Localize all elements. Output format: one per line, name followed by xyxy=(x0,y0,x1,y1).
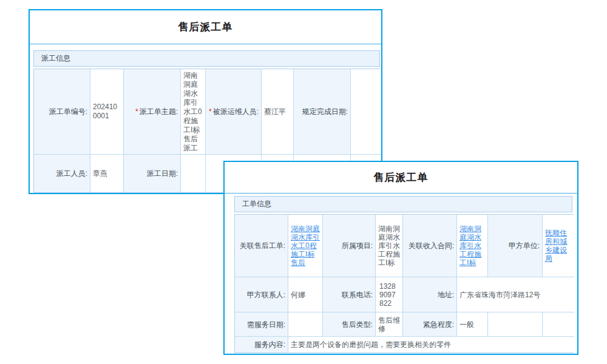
service-date-label: 需服务日期: xyxy=(235,312,288,337)
assignee-value: 蔡江平 xyxy=(262,69,294,155)
phone-label: 联系电话: xyxy=(323,277,376,312)
assignee-label: *被派运维人员: xyxy=(206,69,262,155)
service-content-value: 主要是两个设备的磨损问题，需要更换相关的零件 xyxy=(288,337,574,352)
urgency-label: 紧急程度: xyxy=(403,312,457,337)
service-content-label: 服务内容: xyxy=(235,337,288,352)
section-header-workorder-info: 工单信息 xyxy=(234,196,572,212)
related-order-label: 关联售后工单: xyxy=(235,215,288,277)
income-contract-value: 湖南洞庭湖水库引水工程施工I标 xyxy=(457,215,488,277)
table-row: 关联售后工单: 湖南洞庭湖水库引水工0程施工I标售后 所属项目: 湖南洞庭湖水库… xyxy=(235,215,573,277)
empty-cell xyxy=(543,312,574,337)
project-value: 湖南洞庭湖水库引水工程施工I标 xyxy=(376,215,403,277)
service-type-value: 售后维修 xyxy=(376,312,403,337)
work-order-panel: 售后派工单 工单信息 关联售后工单: 湖南洞庭湖水库引水工0程施工I标售后 所属… xyxy=(223,161,578,355)
work-order-table: 关联售后工单: 湖南洞庭湖水库引水工0程施工I标售后 所属项目: 湖南洞庭湖水库… xyxy=(234,214,574,353)
table-row: 派工单编号: 2024100001 *派工单主题: 湖南洞庭湖水库引水工0程施工… xyxy=(34,69,380,155)
subject-label: *派工单主题: xyxy=(124,69,181,155)
order-no-label: 派工单编号: xyxy=(34,69,90,155)
panel-title: 售后派工单 xyxy=(225,162,577,194)
phone-value: 13289097822 xyxy=(376,277,403,312)
address-value: 广东省珠海市菏泽路12号 xyxy=(457,277,574,312)
dispatcher-value: 章燕 xyxy=(90,155,124,192)
required-mark: * xyxy=(209,107,212,116)
table-row: 甲方联系人: 何娜 联系电话: 13289097822 地址: 广东省珠海市菏泽… xyxy=(235,277,573,312)
section-header-dispatch-info: 派工信息 xyxy=(33,50,380,67)
dispatcher-label: 派工人员: xyxy=(34,155,90,192)
subject-value: 湖南洞庭湖水库引水工0程施工I标售后派工 xyxy=(181,69,206,155)
dispatch-date-label: 派工日期: xyxy=(124,155,181,192)
due-date-label: 规定完成日期: xyxy=(294,69,351,155)
project-label: 所属项目: xyxy=(323,215,376,277)
income-contract-label: 关联收入合同: xyxy=(403,215,457,277)
service-type-label: 售后类型: xyxy=(323,312,376,337)
address-label: 地址: xyxy=(403,277,457,312)
urgency-value: 一般 xyxy=(457,312,488,337)
due-date-value xyxy=(351,69,381,155)
table-row: 需服务日期: 售后类型: 售后维修 紧急程度: 一般 xyxy=(235,312,573,337)
order-no-value: 2024100001 xyxy=(90,69,124,155)
dispatch-date-value xyxy=(181,155,206,192)
panel-body: 工单信息 关联售后工单: 湖南洞庭湖水库引水工0程施工I标售后 所属项目: 湖南… xyxy=(225,194,577,353)
party-a-label: 甲方单位: xyxy=(488,215,543,277)
table-row: 服务内容: 主要是两个设备的磨损问题，需要更换相关的零件 xyxy=(235,337,573,352)
party-a-contact-value: 何娜 xyxy=(288,277,323,312)
related-order-value: 湖南洞庭湖水库引水工0程施工I标售后 xyxy=(288,215,323,277)
party-a-value: 抚顺住房和城乡建设局 xyxy=(543,215,574,277)
empty-cell xyxy=(488,312,543,337)
related-order-link[interactable]: 湖南洞庭湖水库引水工0程施工I标售后 xyxy=(291,224,320,267)
party-a-contact-label: 甲方联系人: xyxy=(235,277,288,312)
panel-title: 售后派工单 xyxy=(30,10,381,44)
service-date-value xyxy=(288,312,323,337)
required-mark: * xyxy=(135,107,138,116)
party-a-link[interactable]: 抚顺住房和城乡建设局 xyxy=(545,229,572,263)
income-contract-link[interactable]: 湖南洞庭湖水库引水工程施工I标 xyxy=(459,224,485,267)
